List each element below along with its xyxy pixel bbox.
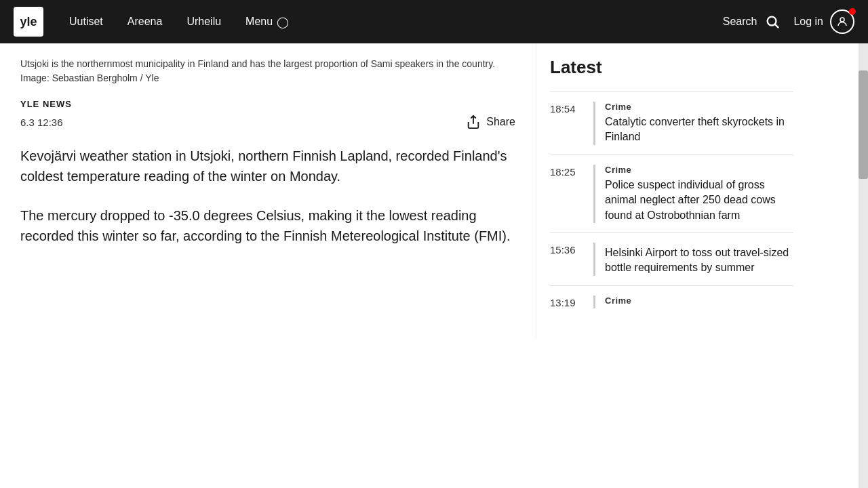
news-category-0: Crime — [605, 102, 793, 112]
article-paragraph-2: The mercury dropped to -35.0 degrees Cel… — [20, 205, 515, 246]
nav-urheilu[interactable]: Urheilu — [177, 10, 231, 34]
yle-logo[interactable]: yle — [14, 7, 43, 37]
nav-areena[interactable]: Areena — [118, 10, 172, 34]
svg-line-1 — [776, 24, 779, 28]
search-area[interactable]: Search — [723, 12, 783, 32]
page-wrapper: Utsjoki is the northernmost municipality… — [0, 43, 868, 338]
news-body-1: Crime Police suspect individual of gross… — [593, 165, 793, 223]
user-icon[interactable] — [830, 9, 854, 34]
list-item: 15:36 Helsinki Airport to toss out trave… — [550, 232, 793, 285]
article-paragraph-1: Kevojärvi weather station in Utsjoki, no… — [20, 146, 515, 186]
nav-menu[interactable]: Menu ◯ — [236, 10, 298, 34]
news-headline-0[interactable]: Catalytic converter theft skyrockets in … — [605, 115, 793, 145]
news-body-3: Crime — [593, 296, 793, 308]
chevron-down-icon: ◯ — [277, 16, 289, 28]
news-body-0: Crime Catalytic converter theft skyrocke… — [593, 102, 793, 145]
news-headline-2[interactable]: Helsinki Airport to toss out travel-size… — [605, 245, 793, 276]
news-time-0: 18:54 — [550, 102, 583, 115]
search-label: Search — [723, 16, 757, 28]
login-area[interactable]: Log in — [793, 9, 854, 34]
list-item: 18:25 Crime Police suspect individual of… — [550, 155, 793, 232]
image-caption: Utsjoki is the northernmost municipality… — [20, 57, 515, 85]
article-meta: 6.3 12:36 Share — [20, 115, 515, 129]
article-source: YLE NEWS — [20, 99, 515, 109]
notification-badge — [849, 8, 856, 15]
svg-point-2 — [840, 18, 844, 22]
nav-links: Uutiset Areena Urheilu Menu ◯ — [60, 10, 723, 34]
list-item: 18:54 Crime Catalytic converter theft sk… — [550, 92, 793, 155]
nav-uutiset[interactable]: Uutiset — [60, 10, 113, 34]
login-label: Log in — [793, 16, 823, 28]
nav-right: Search Log in — [723, 9, 854, 34]
share-label: Share — [486, 116, 515, 128]
article-body: Kevojärvi weather station in Utsjoki, no… — [20, 146, 515, 246]
news-category-1: Crime — [605, 165, 793, 175]
sidebar: Latest 18:54 Crime Catalytic converter t… — [536, 43, 807, 338]
news-time-1: 18:25 — [550, 165, 583, 178]
article-date: 6.3 12:36 — [20, 117, 63, 128]
search-icon[interactable] — [762, 12, 783, 32]
navbar: yle Uutiset Areena Urheilu Menu ◯ Search… — [0, 0, 868, 43]
news-time-2: 15:36 — [550, 243, 583, 256]
list-item: 13:19 Crime — [550, 285, 793, 318]
scrollbar-thumb[interactable] — [859, 70, 868, 179]
scrollbar[interactable] — [859, 43, 868, 338]
sidebar-title: Latest — [550, 57, 793, 78]
news-time-3: 13:19 — [550, 296, 583, 308]
main-content: Utsjoki is the northernmost municipality… — [0, 43, 536, 338]
news-category-3: Crime — [605, 296, 793, 306]
svg-point-0 — [768, 17, 776, 26]
news-headline-1[interactable]: Police suspect individual of gross anima… — [605, 178, 793, 223]
share-button[interactable]: Share — [466, 115, 515, 129]
news-body-2: Helsinki Airport to toss out travel-size… — [593, 243, 793, 276]
